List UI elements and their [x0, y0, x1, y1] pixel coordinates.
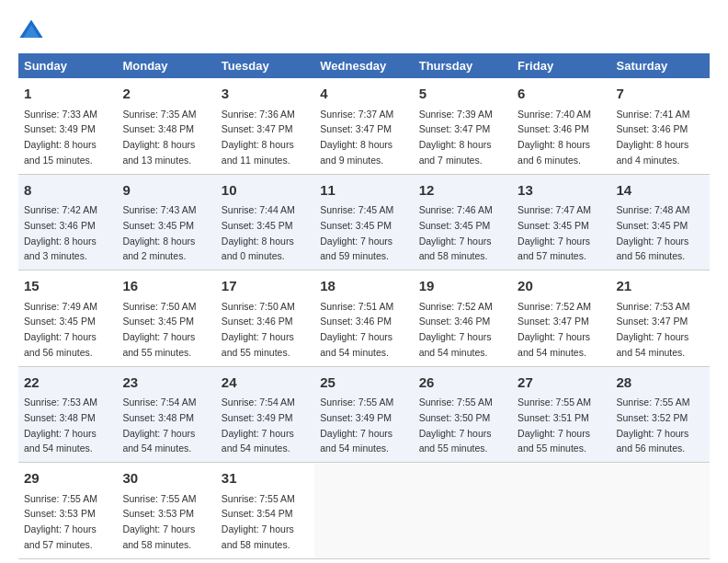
- calendar-cell: 18 Sunrise: 7:51 AMSunset: 3:46 PMDaylig…: [314, 270, 413, 367]
- day-number: 15: [24, 276, 111, 297]
- calendar-cell: 23 Sunrise: 7:54 AMSunset: 3:48 PMDaylig…: [117, 366, 215, 463]
- day-info: Sunrise: 7:37 AMSunset: 3:47 PMDaylight:…: [320, 109, 393, 166]
- calendar-header: SundayMondayTuesdayWednesdayThursdayFrid…: [18, 53, 710, 78]
- calendar-cell: 5 Sunrise: 7:39 AMSunset: 3:47 PMDayligh…: [414, 78, 512, 174]
- day-info: Sunrise: 7:54 AMSunset: 3:49 PMDaylight:…: [222, 396, 295, 454]
- day-info: Sunrise: 7:55 AMSunset: 3:51 PMDaylight:…: [518, 396, 591, 454]
- weekday-header: Sunday: [18, 53, 117, 78]
- day-info: Sunrise: 7:52 AMSunset: 3:46 PMDaylight:…: [419, 301, 493, 358]
- calendar-cell: 30 Sunrise: 7:55 AMSunset: 3:53 PMDaylig…: [117, 463, 215, 559]
- logo: [18, 18, 48, 44]
- day-info: Sunrise: 7:43 AMSunset: 3:45 PMDaylight:…: [122, 204, 196, 261]
- day-info: Sunrise: 7:40 AMSunset: 3:46 PMDaylight:…: [518, 109, 591, 166]
- day-number: 26: [419, 373, 506, 394]
- day-number: 9: [122, 180, 210, 201]
- calendar-cell: 28 Sunrise: 7:55 AMSunset: 3:52 PMDaylig…: [611, 366, 710, 463]
- day-info: Sunrise: 7:47 AMSunset: 3:45 PMDaylight:…: [518, 204, 591, 261]
- day-number: 28: [617, 373, 704, 394]
- day-info: Sunrise: 7:41 AMSunset: 3:46 PMDaylight:…: [617, 109, 690, 166]
- calendar-cell: 25 Sunrise: 7:55 AMSunset: 3:49 PMDaylig…: [314, 366, 413, 463]
- calendar-cell: 21 Sunrise: 7:53 AMSunset: 3:47 PMDaylig…: [611, 270, 710, 367]
- day-info: Sunrise: 7:51 AMSunset: 3:46 PMDaylight:…: [320, 301, 393, 358]
- day-number: 12: [419, 180, 506, 201]
- calendar-cell: 2 Sunrise: 7:35 AMSunset: 3:48 PMDayligh…: [117, 78, 215, 174]
- day-number: 24: [222, 373, 309, 394]
- day-number: 21: [617, 276, 704, 297]
- day-number: 2: [122, 84, 210, 105]
- day-info: Sunrise: 7:48 AMSunset: 3:45 PMDaylight:…: [617, 204, 690, 261]
- calendar-cell: 16 Sunrise: 7:50 AMSunset: 3:45 PMDaylig…: [117, 270, 215, 367]
- calendar-body: 1 Sunrise: 7:33 AMSunset: 3:49 PMDayligh…: [18, 78, 710, 558]
- day-info: Sunrise: 7:55 AMSunset: 3:53 PMDaylight:…: [24, 493, 97, 550]
- day-number: 25: [320, 373, 407, 394]
- calendar-week-row: 29 Sunrise: 7:55 AMSunset: 3:53 PMDaylig…: [18, 463, 710, 559]
- day-number: 17: [222, 276, 309, 297]
- calendar-cell: 15 Sunrise: 7:49 AMSunset: 3:45 PMDaylig…: [18, 270, 117, 367]
- calendar-cell: 20 Sunrise: 7:52 AMSunset: 3:47 PMDaylig…: [512, 270, 610, 367]
- weekday-header: Tuesday: [216, 53, 314, 78]
- day-number: 5: [419, 84, 506, 105]
- header-row: SundayMondayTuesdayWednesdayThursdayFrid…: [18, 53, 710, 78]
- day-info: Sunrise: 7:44 AMSunset: 3:45 PMDaylight:…: [222, 204, 295, 261]
- day-info: Sunrise: 7:55 AMSunset: 3:54 PMDaylight:…: [222, 493, 295, 550]
- day-number: 23: [122, 373, 210, 394]
- weekday-header: Thursday: [414, 53, 512, 78]
- day-number: 16: [122, 276, 210, 297]
- calendar-cell: [314, 463, 413, 559]
- calendar-cell: 22 Sunrise: 7:53 AMSunset: 3:48 PMDaylig…: [18, 366, 117, 463]
- calendar-table: SundayMondayTuesdayWednesdayThursdayFrid…: [18, 53, 710, 559]
- logo-icon: [18, 18, 44, 44]
- day-info: Sunrise: 7:49 AMSunset: 3:45 PMDaylight:…: [24, 301, 97, 358]
- calendar-cell: 19 Sunrise: 7:52 AMSunset: 3:46 PMDaylig…: [414, 270, 512, 367]
- day-info: Sunrise: 7:53 AMSunset: 3:48 PMDaylight:…: [24, 396, 97, 454]
- calendar-cell: 31 Sunrise: 7:55 AMSunset: 3:54 PMDaylig…: [216, 463, 314, 559]
- day-number: 29: [24, 468, 111, 489]
- day-info: Sunrise: 7:55 AMSunset: 3:52 PMDaylight:…: [617, 396, 690, 454]
- day-number: 20: [518, 276, 605, 297]
- day-info: Sunrise: 7:39 AMSunset: 3:47 PMDaylight:…: [419, 109, 493, 166]
- day-number: 18: [320, 276, 407, 297]
- day-info: Sunrise: 7:42 AMSunset: 3:46 PMDaylight:…: [24, 204, 97, 261]
- day-number: 27: [518, 373, 605, 394]
- calendar-cell: 6 Sunrise: 7:40 AMSunset: 3:46 PMDayligh…: [512, 78, 610, 174]
- day-number: 10: [222, 180, 309, 201]
- page-header: [18, 18, 710, 44]
- day-number: 19: [419, 276, 506, 297]
- day-number: 8: [24, 180, 111, 201]
- day-info: Sunrise: 7:46 AMSunset: 3:45 PMDaylight:…: [419, 204, 493, 261]
- calendar-cell: 8 Sunrise: 7:42 AMSunset: 3:46 PMDayligh…: [18, 174, 117, 270]
- day-info: Sunrise: 7:50 AMSunset: 3:45 PMDaylight:…: [122, 301, 196, 358]
- day-number: 1: [24, 84, 111, 105]
- day-info: Sunrise: 7:50 AMSunset: 3:46 PMDaylight:…: [222, 301, 295, 358]
- calendar-cell: 7 Sunrise: 7:41 AMSunset: 3:46 PMDayligh…: [611, 78, 710, 174]
- day-info: Sunrise: 7:53 AMSunset: 3:47 PMDaylight:…: [617, 301, 690, 358]
- calendar-cell: 9 Sunrise: 7:43 AMSunset: 3:45 PMDayligh…: [117, 174, 215, 270]
- day-info: Sunrise: 7:33 AMSunset: 3:49 PMDaylight:…: [24, 109, 97, 166]
- calendar-cell: 29 Sunrise: 7:55 AMSunset: 3:53 PMDaylig…: [18, 463, 117, 559]
- calendar-cell: [611, 463, 710, 559]
- day-number: 30: [122, 468, 210, 489]
- calendar-cell: 17 Sunrise: 7:50 AMSunset: 3:46 PMDaylig…: [216, 270, 314, 367]
- day-number: 3: [222, 84, 309, 105]
- day-number: 7: [617, 84, 704, 105]
- calendar-cell: 14 Sunrise: 7:48 AMSunset: 3:45 PMDaylig…: [611, 174, 710, 270]
- calendar-cell: 3 Sunrise: 7:36 AMSunset: 3:47 PMDayligh…: [216, 78, 314, 174]
- calendar-cell: 11 Sunrise: 7:45 AMSunset: 3:45 PMDaylig…: [314, 174, 413, 270]
- weekday-header: Wednesday: [314, 53, 413, 78]
- calendar-cell: 4 Sunrise: 7:37 AMSunset: 3:47 PMDayligh…: [314, 78, 413, 174]
- day-number: 31: [222, 468, 309, 489]
- calendar-cell: 27 Sunrise: 7:55 AMSunset: 3:51 PMDaylig…: [512, 366, 610, 463]
- calendar-week-row: 8 Sunrise: 7:42 AMSunset: 3:46 PMDayligh…: [18, 174, 710, 270]
- day-info: Sunrise: 7:45 AMSunset: 3:45 PMDaylight:…: [320, 204, 393, 261]
- weekday-header: Friday: [512, 53, 610, 78]
- calendar-cell: 10 Sunrise: 7:44 AMSunset: 3:45 PMDaylig…: [216, 174, 314, 270]
- calendar-week-row: 22 Sunrise: 7:53 AMSunset: 3:48 PMDaylig…: [18, 366, 710, 463]
- calendar-cell: 26 Sunrise: 7:55 AMSunset: 3:50 PMDaylig…: [414, 366, 512, 463]
- day-info: Sunrise: 7:54 AMSunset: 3:48 PMDaylight:…: [122, 396, 196, 454]
- calendar-cell: [512, 463, 610, 559]
- weekday-header: Monday: [117, 53, 215, 78]
- day-info: Sunrise: 7:36 AMSunset: 3:47 PMDaylight:…: [222, 109, 295, 166]
- calendar-cell: [414, 463, 512, 559]
- day-info: Sunrise: 7:55 AMSunset: 3:53 PMDaylight:…: [122, 493, 196, 550]
- calendar-cell: 12 Sunrise: 7:46 AMSunset: 3:45 PMDaylig…: [414, 174, 512, 270]
